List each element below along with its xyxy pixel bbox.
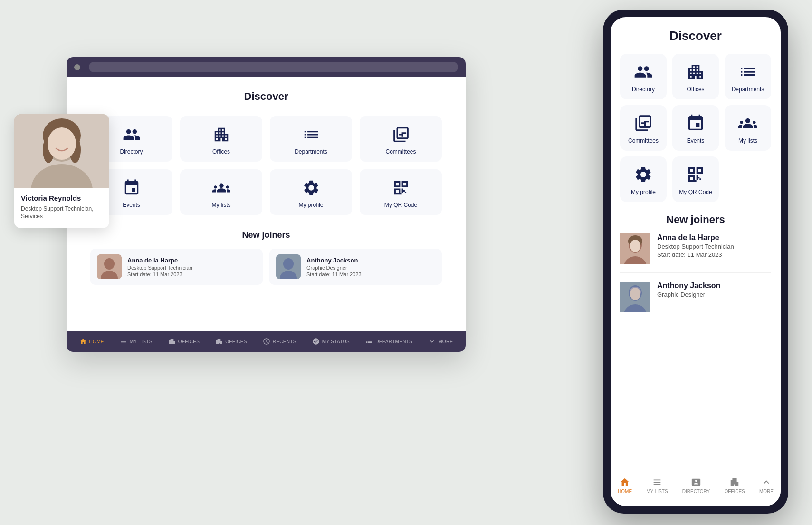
window-titlebar bbox=[67, 57, 466, 77]
desktop-anthony-name: Anthony Jackson bbox=[306, 257, 362, 264]
phone-directory-label: Directory bbox=[632, 86, 655, 93]
profile-role: Desktop Support Technician, Services bbox=[21, 205, 103, 221]
home-icon bbox=[79, 338, 87, 345]
building-nav2-icon bbox=[215, 338, 223, 345]
anna-avatar bbox=[97, 254, 122, 279]
desktop-discover-title: Discover bbox=[90, 90, 442, 103]
desktop-bottom-nav: HOME MY LISTS OFFICES OFFICES RECENTS MY… bbox=[67, 331, 466, 352]
desktop-anna-info: Anna de la Harpe Desktop Support Technic… bbox=[127, 257, 192, 277]
phone-nav-home[interactable]: HOME bbox=[618, 477, 632, 494]
desktop-joiner-anna[interactable]: Anna de la Harpe Desktop Support Technic… bbox=[90, 249, 263, 285]
calendar-icon bbox=[123, 179, 141, 197]
phone-joiners-title: New joiners bbox=[620, 214, 771, 226]
phone-departments-label: Departments bbox=[732, 86, 764, 93]
desktop-myprofile-label: My profile bbox=[298, 202, 323, 208]
phone-icon-directory[interactable]: Directory bbox=[620, 54, 667, 99]
phone-icon-mylists[interactable]: My lists bbox=[725, 105, 771, 151]
phone-content: Discover Directory Offices Departments bbox=[611, 17, 781, 472]
desktop-icon-committees[interactable]: Committees bbox=[360, 116, 442, 162]
phone-joiner-anna[interactable]: Anna de la Harpe Desktop Support Technic… bbox=[620, 233, 771, 273]
list-icon bbox=[302, 126, 320, 144]
people-icon bbox=[123, 126, 141, 144]
building-icon bbox=[212, 126, 230, 144]
phone-qr-label: My QR Code bbox=[679, 189, 712, 195]
phone-anna-info: Anna de la Harpe Desktop Support Technic… bbox=[657, 233, 734, 258]
titlebar-urlbar bbox=[89, 62, 458, 72]
desktop-icon-mylists[interactable]: My lists bbox=[180, 169, 262, 215]
desktop-window: Discover Directory Offices Departments bbox=[67, 57, 466, 352]
profile-name: Victoria Reynolds bbox=[21, 194, 103, 203]
desktop-anna-photo bbox=[97, 254, 122, 279]
chevron-down-icon bbox=[428, 338, 436, 345]
phone-icon-grid: Directory Offices Departments Committees bbox=[620, 54, 771, 202]
desktop-anna-start: Start date: 11 Mar 2023 bbox=[127, 272, 192, 277]
desktop-nav-more[interactable]: MORE bbox=[428, 338, 453, 345]
phone-inner: Discover Directory Offices Departments bbox=[611, 17, 781, 506]
phone-nav-offices[interactable]: OFFICES bbox=[724, 477, 745, 494]
phone-anna-start: Start date: 11 Mar 2023 bbox=[657, 251, 734, 258]
phone-anna-role: Desktop Support Technician bbox=[657, 243, 734, 250]
desktop-committees-label: Committees bbox=[385, 148, 416, 155]
desktop-nav-offices1[interactable]: OFFICES bbox=[168, 338, 200, 345]
phone-icon-events[interactable]: Events bbox=[672, 105, 719, 151]
profile-photo bbox=[14, 114, 109, 188]
svg-point-12 bbox=[48, 127, 76, 160]
svg-point-17 bbox=[630, 240, 640, 252]
list-dept-icon bbox=[365, 338, 373, 345]
desktop-joiners-title: New joiners bbox=[90, 230, 442, 240]
desktop-icon-offices[interactable]: Offices bbox=[180, 116, 262, 162]
phone-joiner-anthony[interactable]: Anthony Jackson Graphic Designer bbox=[620, 282, 771, 321]
phone-chevron-up-icon bbox=[761, 477, 772, 487]
phone-icon-offices[interactable]: Offices bbox=[672, 54, 719, 99]
phone-nav-directory[interactable]: DIRECTORY bbox=[682, 477, 710, 494]
phone-nav-more[interactable]: MORE bbox=[759, 477, 774, 494]
phone-anthony-role: Graphic Designer bbox=[657, 291, 720, 298]
svg-point-4 bbox=[283, 258, 294, 270]
desktop-nav-departments[interactable]: DEPARTMENTS bbox=[365, 338, 412, 345]
phone-offices-label: Offices bbox=[687, 86, 704, 93]
desktop-anthony-role: Graphic Designer bbox=[306, 265, 362, 271]
desktop-icon-qr[interactable]: My QR Code bbox=[360, 169, 442, 215]
anthony-avatar bbox=[276, 254, 301, 279]
desktop-icon-departments[interactable]: Departments bbox=[270, 116, 352, 162]
phone-anthony-photo bbox=[620, 282, 650, 312]
desktop-qr-label: My QR Code bbox=[384, 202, 417, 208]
desktop-joiner-anthony[interactable]: Anthony Jackson Graphic Designer Start d… bbox=[269, 249, 442, 285]
main-content: Discover Directory Offices Departments bbox=[67, 77, 466, 331]
phone-anthony-name: Anthony Jackson bbox=[657, 282, 720, 290]
phone-myprofile-label: My profile bbox=[631, 189, 656, 195]
phone-anna-name: Anna de la Harpe bbox=[657, 233, 734, 242]
profile-card: Victoria Reynolds Desktop Support Techni… bbox=[14, 114, 109, 228]
phone-bottom-nav: HOME MY LISTS DIRECTORY OFFICES MORE bbox=[611, 472, 781, 506]
desktop-nav-recents[interactable]: RECENTS bbox=[263, 338, 296, 345]
phone-people-icon bbox=[634, 62, 653, 81]
phone-icon-committees[interactable]: Committees bbox=[620, 105, 667, 151]
desktop-nav-mystatus[interactable]: MY STATUS bbox=[312, 338, 350, 345]
desktop-icon-myprofile[interactable]: My profile bbox=[270, 169, 352, 215]
committees-icon bbox=[392, 126, 410, 144]
phone-icon-departments[interactable]: Departments bbox=[725, 54, 771, 99]
gear-icon bbox=[302, 179, 320, 197]
svg-point-22 bbox=[630, 288, 640, 300]
desktop-nav-home[interactable]: HOME bbox=[79, 338, 104, 345]
desktop-departments-label: Departments bbox=[295, 148, 327, 155]
phone-anna-photo bbox=[620, 233, 650, 264]
desktop-joiners-grid: Anna de la Harpe Desktop Support Technic… bbox=[90, 249, 442, 285]
desktop-directory-label: Directory bbox=[120, 148, 143, 155]
phone-building-nav-icon bbox=[729, 477, 740, 487]
phone-icon-myprofile[interactable]: My profile bbox=[620, 156, 667, 202]
victoria-avatar bbox=[14, 114, 109, 188]
phone-committees-icon bbox=[634, 114, 653, 133]
phone-committees-label: Committees bbox=[628, 137, 659, 144]
profile-info: Victoria Reynolds Desktop Support Techni… bbox=[14, 188, 109, 228]
qr-icon bbox=[392, 179, 410, 197]
desktop-anthony-start: Start date: 11 Mar 2023 bbox=[306, 272, 362, 277]
phone-nav-mylists[interactable]: MY LISTS bbox=[646, 477, 668, 494]
phone-icon-qr[interactable]: My QR Code bbox=[672, 156, 719, 202]
list-nav-icon bbox=[120, 338, 127, 345]
desktop-nav-mylists[interactable]: MY LISTS bbox=[120, 338, 153, 345]
phone-list-nav-icon bbox=[652, 477, 662, 487]
desktop-nav-offices2[interactable]: OFFICES bbox=[215, 338, 247, 345]
phone-discover-title: Discover bbox=[620, 29, 771, 43]
phone-qr-icon bbox=[686, 165, 705, 184]
